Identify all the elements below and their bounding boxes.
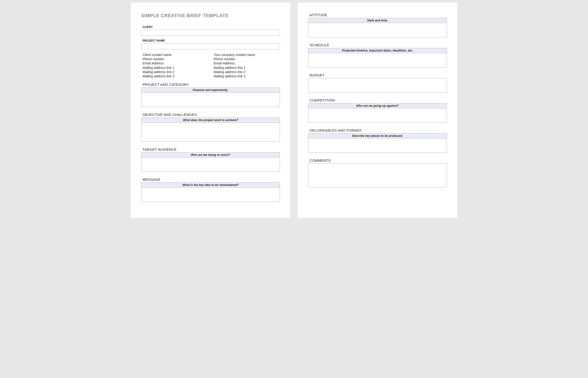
message-input[interactable] — [141, 188, 280, 202]
company-address-2: Mailing address line 2 — [214, 70, 280, 74]
message-hint: What is the key idea to be remembered? — [141, 183, 280, 188]
objective-title: OBJECTIVE AND CHALLENGES — [143, 113, 280, 117]
message-box: What is the key idea to be remembered? — [141, 182, 280, 202]
company-address-1: Mailing address line 1 — [214, 66, 280, 70]
audience-hint: Who are we trying to reach? — [141, 153, 280, 158]
client-label: CLIENT — [143, 25, 280, 29]
project-category-title: PROJECT AND CATEGORY — [143, 82, 280, 86]
client-phone: Phone number — [143, 57, 209, 61]
schedule-box: Projected timeline, important dates, dea… — [308, 48, 447, 68]
client-address-1: Mailing address line 1 — [143, 66, 209, 70]
objective-hint: What does the project work to achieve? — [141, 118, 280, 123]
client-email: Email Address — [143, 61, 209, 65]
comments-box — [308, 163, 447, 187]
competition-box: Who are we going up against? — [308, 103, 447, 123]
project-name-label: PROJECT NAME — [143, 39, 280, 42]
client-field-block: CLIENT — [141, 25, 280, 36]
attitude-hint: Style and tone. — [308, 18, 447, 23]
schedule-title: SCHEDULE — [310, 43, 447, 47]
competition-hint: Who are we going up against? — [308, 103, 447, 108]
objective-input[interactable] — [141, 123, 280, 142]
schedule-hint: Projected timeline, important dates, dea… — [308, 48, 447, 53]
client-contact-column: Client contact name Phone number Email A… — [143, 53, 209, 78]
company-email: Email Address — [214, 61, 280, 65]
deliverables-title: DELIVERABLES AND FORMAT — [310, 128, 447, 132]
budget-box — [308, 78, 447, 93]
document-title: SIMPLE CREATIVE BRIEF TEMPLATE — [141, 13, 280, 18]
audience-box: Who are we trying to reach? — [141, 152, 280, 172]
project-category-hint: Purpose and opportunity. — [141, 88, 280, 93]
deliverables-box: Describe key pieces to be produced. — [308, 133, 447, 153]
page-1: SIMPLE CREATIVE BRIEF TEMPLATE CLIENT PR… — [131, 2, 290, 218]
project-category-box: Purpose and opportunity. — [141, 87, 280, 107]
attitude-box: Style and tone. — [308, 18, 447, 37]
competition-title: COMPETITION — [310, 98, 447, 102]
project-category-input[interactable] — [141, 93, 280, 107]
schedule-input[interactable] — [308, 53, 447, 67]
company-address-3: Mailing address line 3 — [214, 74, 280, 78]
client-contact-name: Client contact name — [143, 53, 209, 57]
comments-title: COMMENTS — [310, 158, 447, 162]
page-2: ATTITUDE Style and tone. SCHEDULE Projec… — [298, 2, 457, 218]
deliverables-hint: Describe key pieces to be produced. — [308, 134, 447, 138]
contacts-row: Client contact name Phone number Email A… — [143, 53, 280, 78]
audience-title: TARGET AUDIENCE — [143, 147, 280, 151]
budget-title: BUDGET — [310, 73, 447, 77]
budget-input[interactable] — [308, 78, 447, 92]
competition-input[interactable] — [308, 108, 447, 122]
attitude-title: ATTITUDE — [310, 13, 447, 17]
client-address-2: Mailing address line 2 — [143, 70, 209, 74]
company-contact-name: Your company contact name — [214, 53, 280, 57]
client-address-3: Mailing address line 3 — [143, 74, 209, 78]
message-title: MESSAGE — [143, 177, 280, 181]
audience-input[interactable] — [141, 158, 280, 172]
company-contact-column: Your company contact name Phone number E… — [214, 53, 280, 78]
project-name-input[interactable] — [141, 43, 280, 49]
client-input[interactable] — [141, 30, 280, 36]
company-phone: Phone number — [214, 57, 280, 61]
project-name-field-block: PROJECT NAME — [141, 39, 280, 49]
deliverables-input[interactable] — [308, 138, 447, 153]
objective-box: What does the project work to achieve? — [141, 118, 280, 142]
comments-input[interactable] — [308, 164, 447, 187]
attitude-input[interactable] — [308, 23, 447, 37]
